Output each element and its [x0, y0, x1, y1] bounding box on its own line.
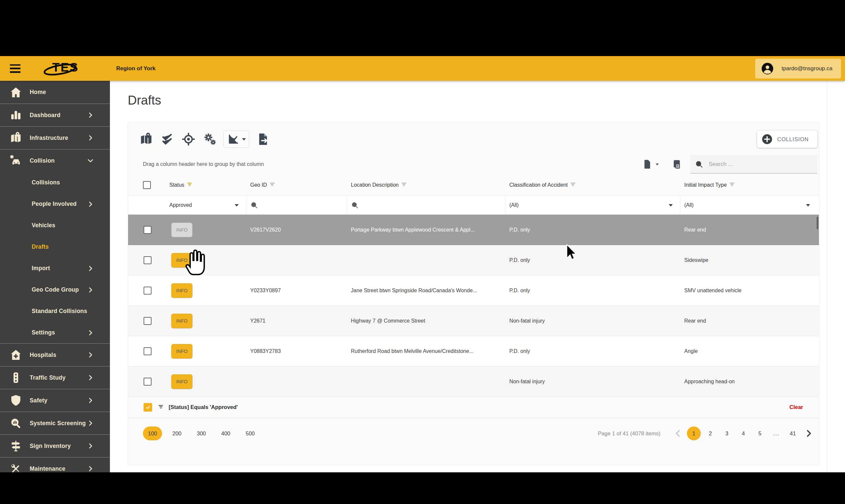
- cell-impact: Rear end: [680, 227, 817, 233]
- info-button[interactable]: INFO: [171, 374, 192, 389]
- page-size-500[interactable]: 500: [241, 427, 260, 440]
- export-file-button[interactable]: [256, 132, 270, 146]
- row-checkbox[interactable]: [144, 226, 152, 234]
- page-size-200[interactable]: 200: [168, 427, 187, 440]
- sidebar-item-hospitals[interactable]: Hospitals: [0, 343, 110, 366]
- location-filter-input[interactable]: [347, 196, 505, 214]
- filter-icon[interactable]: [729, 183, 735, 187]
- search-icon: [250, 201, 258, 209]
- sidebar-item-import[interactable]: Import: [0, 258, 110, 279]
- info-button[interactable]: INFO: [171, 223, 192, 237]
- column-label: Status: [169, 182, 184, 188]
- sidebar-item-sign-inventory[interactable]: Sign Inventory: [0, 434, 110, 457]
- sidebar-item-people-involved[interactable]: People Involved: [0, 193, 110, 215]
- sidebar-item-label: Collisions: [32, 179, 60, 186]
- infrastructure-icon: [9, 131, 22, 144]
- info-button[interactable]: INFO: [171, 314, 192, 328]
- sidebar-item-drafts[interactable]: Drafts: [0, 236, 110, 258]
- chevron-right-icon: [87, 374, 94, 381]
- page-size-400[interactable]: 400: [216, 427, 235, 440]
- filter-icon[interactable]: [570, 183, 576, 187]
- page-button-5[interactable]: 5: [753, 427, 767, 440]
- sidebar-item-label: Dashboard: [30, 112, 60, 119]
- sidebar-item-settings[interactable]: Settings: [0, 322, 110, 343]
- sidebar-item-standard-collisions[interactable]: Standard Collisions: [0, 301, 110, 322]
- sidebar-item-systemic-screening[interactable]: Systemic Screening: [0, 412, 110, 434]
- cell-impact: Rear end: [680, 318, 817, 324]
- page-size-300[interactable]: 300: [192, 427, 211, 440]
- chevron-right-icon: [87, 111, 94, 119]
- geo-id-filter-input[interactable]: [246, 196, 347, 214]
- select-all-checkbox[interactable]: [143, 181, 151, 189]
- row-checkbox-cell: [143, 256, 165, 264]
- search-box: [690, 155, 817, 174]
- previous-page-button[interactable]: [672, 428, 684, 439]
- filter-summary-text: [Status] Equals 'Approved': [169, 404, 238, 410]
- filter-icon[interactable]: [270, 183, 275, 187]
- table-row[interactable]: INFOP.D. onlySideswipe: [128, 245, 819, 275]
- page-button-1[interactable]: 1: [687, 427, 701, 440]
- classification-filter-select[interactable]: (All): [505, 196, 680, 214]
- hamburger-menu-icon[interactable]: [8, 63, 22, 74]
- sidebar-item-maintenance[interactable]: Maintenance: [0, 457, 110, 472]
- validate-button[interactable]: [160, 132, 175, 146]
- page-size-100[interactable]: 100: [143, 427, 162, 440]
- cell-geo-id: Y0883Y2783: [246, 348, 347, 354]
- sidebar-item-home[interactable]: Home: [0, 81, 110, 104]
- table-row[interactable]: INFOY0883Y2783Rutherford Road btwn Melvi…: [128, 336, 819, 366]
- clear-filter-button[interactable]: Clear: [788, 404, 805, 411]
- cell-impact: Approaching head-on: [680, 379, 817, 384]
- info-button[interactable]: INFO: [171, 253, 192, 268]
- sidebar-item-vehicles[interactable]: Vehicles: [0, 215, 110, 236]
- sidebar-item-collision[interactable]: Collision: [0, 149, 110, 172]
- filter-icon[interactable]: [401, 183, 407, 187]
- row-checkbox[interactable]: [144, 256, 152, 264]
- sidebar-item-geo-code-group[interactable]: Geo Code Group: [0, 279, 110, 301]
- table-row[interactable]: INFOY2671Highway 7 @ Commerce StreetNon-…: [128, 306, 819, 336]
- cell-classification: P.D. only: [505, 348, 680, 354]
- sidebar-item-traffic-study[interactable]: Traffic Study: [0, 366, 110, 389]
- add-collision-button[interactable]: COLLISION: [757, 131, 817, 148]
- column-header-impact[interactable]: Initial Impact Type: [680, 182, 817, 188]
- info-button[interactable]: INFO: [171, 344, 192, 359]
- filter-icon[interactable]: [187, 183, 192, 187]
- group-by-hint: Drag a column header here to group by th…: [143, 161, 264, 167]
- info-button[interactable]: INFO: [171, 283, 192, 298]
- row-checkbox[interactable]: [144, 378, 152, 385]
- column-header-status[interactable]: Status: [165, 182, 246, 188]
- column-header-geo-id[interactable]: Geo ID: [246, 182, 347, 188]
- sidebar-item-safety[interactable]: Safety: [0, 389, 110, 412]
- next-page-button[interactable]: [803, 428, 814, 439]
- user-menu[interactable]: tpardo@tnsgroup.ca: [755, 59, 841, 78]
- app-logo: TES: [43, 59, 99, 78]
- search-input[interactable]: [708, 161, 813, 168]
- table-row[interactable]: INFONon-fatal injuryApproaching head-on: [128, 366, 819, 397]
- table-row[interactable]: INFOV2617V2620Portage Parkway btwn Apple…: [128, 215, 819, 245]
- grid-scrollbar-thumb[interactable]: [816, 217, 818, 229]
- sidebar-item-dashboard[interactable]: Dashboard: [0, 104, 110, 126]
- row-checkbox[interactable]: [144, 287, 152, 294]
- locate-button[interactable]: [181, 132, 196, 146]
- grid-toolbar: COLLISION: [128, 122, 819, 154]
- page-button-2[interactable]: 2: [703, 427, 717, 440]
- chevron-right-icon: [87, 200, 94, 208]
- status-filter-select[interactable]: Approved: [165, 196, 246, 214]
- export-menu-button[interactable]: [642, 159, 659, 169]
- table-row[interactable]: INFOY0233Y0897Jane Street btwn Springsid…: [128, 275, 819, 306]
- page-button-41[interactable]: 41: [786, 427, 800, 440]
- page-button-4[interactable]: 4: [736, 427, 750, 440]
- impact-filter-select[interactable]: (All): [680, 196, 817, 214]
- settings-gears-button[interactable]: [203, 132, 217, 146]
- filter-enabled-checkbox[interactable]: [144, 403, 152, 412]
- filter-summary-bar: [Status] Equals 'Approved' Clear: [128, 397, 819, 418]
- page-button-3[interactable]: 3: [720, 427, 734, 440]
- sidebar-item-collisions[interactable]: Collisions: [0, 172, 110, 193]
- column-chooser-button[interactable]: [670, 159, 681, 169]
- column-header-classification[interactable]: Classification of Accident: [505, 182, 680, 188]
- chart-view-button[interactable]: [224, 131, 249, 148]
- row-checkbox[interactable]: [144, 317, 152, 325]
- row-checkbox[interactable]: [144, 347, 152, 355]
- column-header-location[interactable]: Location Description: [347, 182, 505, 188]
- map-view-button[interactable]: [139, 132, 154, 146]
- sidebar-item-infrastructure[interactable]: Infrastructure: [0, 126, 110, 149]
